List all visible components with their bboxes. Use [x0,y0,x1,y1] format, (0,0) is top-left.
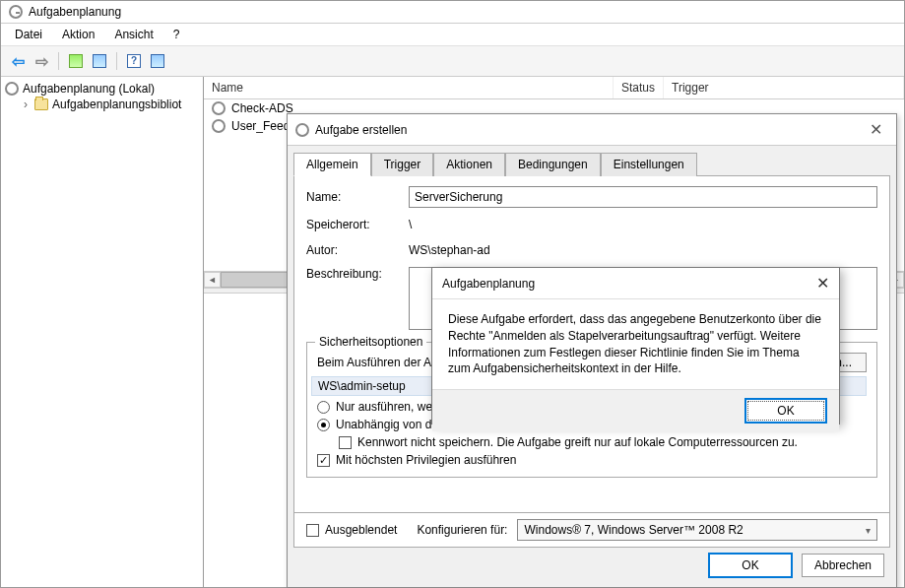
check-no-password-label: Kennwort nicht speichern. Die Aufgabe gr… [357,435,798,449]
toolbar: ⇦ ⇨ ? [1,46,904,77]
dialog-titlebar: Aufgabe erstellen ✕ [288,114,896,146]
list-header: Name Status Trigger [204,77,904,99]
label-author: Autor: [306,243,405,257]
view-list-button[interactable] [89,50,110,72]
ok-button[interactable]: OK [744,398,827,424]
radio-only-logged-on[interactable] [317,401,330,414]
col-name[interactable]: Name [204,77,614,98]
value-author: WS\stephan-ad [409,241,490,259]
arrow-left-icon: ⇦ [12,52,25,71]
msg-buttons: OK [432,389,839,431]
clock-icon [212,119,226,133]
tab-strip: Allgemein Trigger Aktionen Bedingungen E… [288,146,896,175]
tab-general[interactable]: Allgemein [293,153,371,176]
clock-icon [5,82,19,96]
tree-expand-icon[interactable]: › [21,98,31,111]
menu-help[interactable]: ? [165,26,188,43]
clock-icon [212,101,226,115]
value-location: \ [409,216,412,233]
clock-icon [9,5,23,19]
menu-file[interactable]: Datei [7,26,50,43]
menu-view[interactable]: Ansicht [106,26,161,43]
clock-icon [295,123,309,137]
msg-body: Diese Aufgabe erfordert, dass das angege… [432,299,839,389]
radio-independent[interactable] [317,419,330,431]
scroll-left-button[interactable]: ◄ [204,272,221,288]
run-icon [151,54,164,68]
configure-for-combo[interactable]: Windows® 7, Windows Server™ 2008 R2 ▾ [517,519,877,541]
up-button[interactable] [65,50,87,72]
msg-titlebar: Aufgabenplanung ✕ [432,268,839,299]
help-icon: ? [127,54,141,68]
menu-action[interactable]: Aktion [54,26,102,43]
toolbar-separator [58,52,59,70]
check-hidden[interactable] [306,524,319,537]
check-hidden-label: Ausgeblendet [325,523,397,537]
forward-button[interactable]: ⇨ [31,50,52,72]
tree-panel: Aufgabenplanung (Lokal) › Aufgabenplanun… [1,77,204,587]
toolbar-separator [116,52,117,70]
tab-conditions[interactable]: Bedingungen [505,153,601,176]
dialog-title: Aufgabe erstellen [315,123,407,137]
back-button[interactable]: ⇦ [7,50,29,72]
check-highest-priv-label: Mit höchsten Privilegien ausführen [336,453,516,467]
label-description: Beschreibung: [306,267,405,281]
tab-actions[interactable]: Aktionen [433,153,505,176]
name-input[interactable] [409,186,877,208]
cancel-button[interactable]: Abbrechen [802,554,884,577]
folder-icon [34,98,48,110]
check-highest-priv[interactable] [317,454,330,467]
configure-for-label: Konfigurieren für: [417,523,507,537]
ok-button[interactable]: OK [709,554,792,577]
check-no-password[interactable] [339,436,352,449]
group-title-security: Sicherheitsoptionen [315,335,426,349]
run-as-label: Beim Ausführen der Au [317,356,438,369]
msg-title: Aufgabenplanung [442,277,535,291]
tab-settings[interactable]: Einstellungen [601,153,697,176]
help-button[interactable]: ? [123,50,145,72]
tree-library-label: Aufgabenplanungsbibliot [52,98,181,111]
tree-library[interactable]: › Aufgabenplanungsbibliot [3,97,201,112]
arrow-right-icon: ⇨ [35,52,48,71]
dialog-buttons: OK Abbrechen [288,548,896,587]
task-name: Check-ADS [231,101,293,115]
menubar: Datei Aktion Ansicht ? [1,24,904,46]
label-name: Name: [306,190,405,204]
bottom-row: Ausgeblendet Konfigurieren für: Windows®… [293,513,890,548]
radio-only-logged-on-label: Nur ausführen, wenn [336,400,445,414]
close-button[interactable]: ✕ [816,274,829,293]
titlebar: Aufgabenplanung [1,1,904,24]
run-button[interactable] [147,50,168,72]
tab-trigger[interactable]: Trigger [371,153,434,176]
tree-root[interactable]: Aufgabenplanung (Lokal) [3,81,201,97]
message-box: Aufgabenplanung ✕ Diese Aufgabe erforder… [431,267,840,425]
list-icon [93,54,106,68]
col-status[interactable]: Status [614,77,664,98]
col-trigger[interactable]: Trigger [664,77,904,98]
tree-root-label: Aufgabenplanung (Lokal) [23,82,155,96]
combo-value: Windows® 7, Windows Server™ 2008 R2 [524,523,743,537]
label-location: Speicherort: [306,218,405,231]
chevron-down-icon: ▾ [866,525,871,536]
folder-up-icon [69,54,83,68]
window-title: Aufgabenplanung [29,5,121,19]
close-button[interactable]: ✕ [864,120,888,139]
